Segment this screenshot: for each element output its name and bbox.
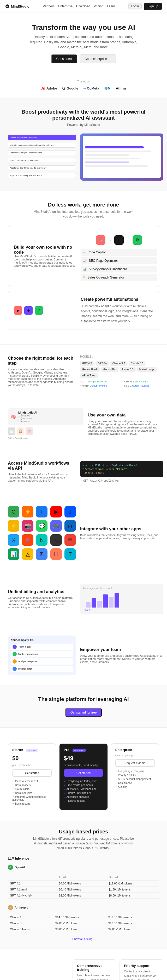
anth-input-1: $4.00 /1M tokens <box>53 920 106 926</box>
models-title: Choose the right model for each step <box>8 356 76 366</box>
integration-youtube: ▶ <box>50 506 62 517</box>
hero-title: Transform the way you use AI <box>11 23 156 32</box>
nav-partners[interactable]: Partners <box>43 5 55 8</box>
model-tag-7[interactable]: Mistral Large <box>137 367 156 372</box>
prod-item-5[interactable]: Improve productivity and efficiency <box>8 173 76 178</box>
start-building-section: Start building transformative AI today W… <box>0 949 167 980</box>
logo-meta: ∞ OcMeta <box>84 86 99 90</box>
empower-section: Your company AIs Team leader Marketing a… <box>0 625 167 686</box>
code-line-3: {input: "data"} <box>83 471 160 474</box>
productivity-title: Boost productivity with the world's most… <box>8 109 159 121</box>
prod-item-2[interactable]: Personalize for your specific needs <box>8 150 76 155</box>
integration-linkedin: in <box>65 520 76 531</box>
integration-slack: ⚡ <box>8 520 19 531</box>
start-building-title: Start building transformative AI today <box>8 978 68 980</box>
anth-input-0: $14.00 /1M tokens <box>53 914 106 920</box>
enterprise-cta-button[interactable]: Request a demo <box>115 759 155 767</box>
stat-3: ↑ 40 /1M Output Revenue <box>80 385 121 387</box>
signup-button[interactable]: Sign up <box>144 3 162 10</box>
platform-section: The single platform for leveraging AI Ge… <box>0 686 167 727</box>
model-tag-5[interactable]: Gemini Pro <box>101 367 118 372</box>
file-icon-3: 📰 <box>25 428 33 435</box>
billing-total: Total ↑ <box>83 609 160 611</box>
logo-text: MindStudio <box>11 5 30 8</box>
team-member-0: Team leader <box>11 644 73 650</box>
billing-chart: Messages sent per month Total ↑ <box>80 584 163 614</box>
model-input-2: $2.00 /1M tokens <box>57 892 106 899</box>
prod-item-0[interactable]: Create a automated assistant <box>8 135 76 140</box>
automations-visual: ▶ ◆ ✓ <box>14 304 76 317</box>
anth-model-2: Claude 3 Haiku <box>8 926 53 932</box>
model-output-0: $12.00 /1M tokens <box>106 881 159 886</box>
team-member-2: Analytics Reporter <box>11 658 73 665</box>
code-line-1: curl -X POST https://api.mindstudio.ai <box>83 464 160 467</box>
col-input: Input <box>57 874 106 881</box>
model-tag-8[interactable]: API & Tools <box>80 373 98 378</box>
anthropic-group-label: ⚡ Anthropic <box>8 903 159 911</box>
integrations-section: G ⚡ f ▶ J ⚡ 📸 💬 🎮 in 𝕏 👾 N ⌥ ✉ 📊 △ 🗓 H T <box>0 493 167 573</box>
nav-buttons: Login Sign up <box>128 3 162 10</box>
prod-item-3[interactable]: Build custom AI apps with code <box>8 158 76 163</box>
empower-sub: Allow your team to use and deploy custom… <box>80 654 163 663</box>
login-button[interactable]: Login <box>128 3 142 10</box>
api-url: → GET /api/v1/{appId}/run <box>80 479 163 482</box>
data-source-item: 🧠 Mindstudio AI 1 Sources1 Questions1 An… <box>8 408 84 425</box>
logo-row: Ai Adobe G Google ∞ OcMeta IBM Affirm <box>5 86 162 91</box>
show-pricing-link[interactable]: Show all pricing ↓ <box>8 937 159 941</box>
billing-visual: Messages sent per month Total ↑ <box>80 584 163 614</box>
app-icon-1: 📈 <box>83 259 87 262</box>
starter-cta-button[interactable]: Get started <box>12 769 52 776</box>
model-tag-4[interactable]: Gemini Flash <box>80 367 100 372</box>
enterprise-f4: Auditing <box>115 785 155 789</box>
pro-f3: Priority • Unlimited AI <box>64 791 103 795</box>
nav-download[interactable]: Download <box>76 5 90 8</box>
hero-cta-secondary[interactable]: Go to enterprise → <box>80 54 116 64</box>
logo[interactable]: MindStudio <box>5 4 30 8</box>
support-columns-grid: Comprehensive training Learn how to use … <box>72 959 163 980</box>
table-row: Claude 3 $4.00 /1M tokens $16.00 /1M tok… <box>8 920 159 926</box>
team-avatar-0 <box>13 645 17 649</box>
build-tools-content: Build your own tools with no code Use Mi… <box>14 245 76 267</box>
app-item-0[interactable]: ✦ Code Copilot <box>80 249 158 256</box>
anth-model-0: Claude 1 <box>8 914 53 920</box>
logo-affirm: Affirm <box>116 86 126 90</box>
platform-cta-button[interactable]: Get started for free <box>65 708 102 717</box>
api-section: Access MindStudio workflows via API Unlo… <box>0 450 167 493</box>
prod-item-1[interactable]: Instantly access models as choose the ri… <box>8 143 76 148</box>
model-tag-3[interactable]: Claude 3.5 <box>129 361 145 366</box>
nav-learn[interactable]: Learn <box>107 5 115 8</box>
models-tags-container: MODELS ↓ GPT-4.5 GPT-4o Claude 3.7 Claud… <box>80 355 163 387</box>
pro-f5: Flagship reports <box>64 799 103 803</box>
model-tag-1[interactable]: GPT-4o <box>96 361 109 366</box>
enterprise-f0: Everything in Pro, plus: <box>115 769 155 773</box>
model-tag-6[interactable]: Llama 3.3 <box>120 367 136 372</box>
nav-pricing[interactable]: Pricing <box>94 5 103 8</box>
hero-cta-primary[interactable]: Get started <box>51 54 77 64</box>
pro-cta-button[interactable]: Get started <box>64 769 103 776</box>
build-tools-apps: 🔧 → ◆ → ⚙ ✦ Code Copilot 📈 SEO Page Opti… <box>80 231 158 281</box>
empower-content: Empower your team Allow your team to use… <box>80 647 163 663</box>
nav-enterprise[interactable]: Enterprise <box>58 5 72 8</box>
app-item-3[interactable]: ✉ Sales Outreach Generator <box>80 274 158 281</box>
model-tag-0[interactable]: GPT-4.5 <box>80 361 94 366</box>
empower-visual: Your company AIs Team leader Marketing a… <box>8 636 76 675</box>
prod-item-4[interactable]: Accelerate the things you do every day <box>8 165 76 170</box>
integration-netlify: N <box>36 534 47 546</box>
integration-discord: 🎮 <box>50 520 62 531</box>
model-name-0: GPT-4.1 <box>8 881 57 886</box>
model-output-2: $8.00 /1M tokens <box>106 892 159 899</box>
productivity-list: Create a automated assistant Instantly a… <box>8 135 76 179</box>
build-tools-title: Build your own tools with no code <box>14 245 76 255</box>
show-all-pricing[interactable]: Show all pricing ↓ <box>72 937 95 940</box>
team-visual: Your company AIs Team leader Marketing a… <box>8 636 76 675</box>
app-item-1[interactable]: 📈 SEO Page Optimizer <box>80 257 158 264</box>
app-item-2[interactable]: 📊 Survey Analysis Dashboard <box>80 266 158 272</box>
starter-features: General access to AI Basic models 5 AI b… <box>12 779 52 806</box>
integration-calendar: 🗓 <box>36 548 47 560</box>
model-tag-2[interactable]: Claude 3.7 <box>110 361 127 366</box>
productivity-sub: Powered by MindStudio <box>31 123 136 127</box>
model-input-1: $0.40 /1M tokens <box>57 886 106 892</box>
meta-text: OcMeta <box>87 86 99 90</box>
table-row: GPT-4.1 mini $0.40 /1M tokens $1.60 /1M … <box>8 886 159 892</box>
team-name-1: Marketing assistant <box>18 653 39 655</box>
